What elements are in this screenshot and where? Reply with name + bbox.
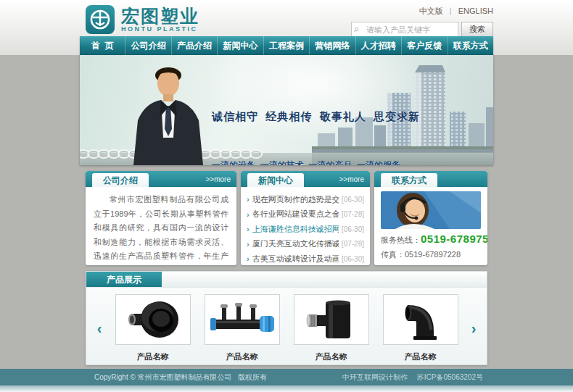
carousel-next-icon[interactable]: › [465, 320, 482, 337]
bullet-icon: › [247, 210, 250, 219]
lang-chinese-link[interactable]: 中文版 [419, 7, 443, 15]
bullet-icon: › [247, 195, 250, 204]
main-nav: 首 页 公司介绍 产品介绍 新闻中心 工程案例 营销网络 人才招聘 客户反馈 联… [80, 36, 493, 55]
lang-divider: | [450, 7, 452, 15]
news-list: › 现在网页制作的趋势是交互设计？ [06-30] › 各行业网站建设要点之金融… [241, 187, 370, 265]
footer-designer: 中环互联网设计制作 [342, 373, 408, 381]
news-date: [07-28] [342, 240, 364, 248]
bullet-icon: › [247, 225, 250, 233]
product-image [115, 294, 191, 345]
products-section: 产品展示 ‹ [86, 271, 487, 365]
info-columns: 公司介绍 >>more 常州市宏图塑料制品有限公司成立于1989年，公司长期从事… [80, 171, 493, 265]
news-list-item[interactable]: › 各行业网站建设要点之金融投资类企业网站 [07-28] [247, 207, 364, 222]
news-date: [07-28] [342, 210, 364, 218]
nav-item-cases[interactable]: 工程案例 [264, 36, 310, 55]
news-list-item[interactable]: › 古美互动诚聘设计及动画等互动人才 [06-30] [247, 251, 364, 265]
contact-section-header: 联系方式 [374, 171, 487, 187]
hotline-line: 服务热线：0519-67897528 [381, 233, 481, 246]
businessman-image [118, 64, 219, 165]
bullet-icon: › [247, 254, 250, 263]
header-right: 中文版 | ENGLISH ⌕ 搜索 [351, 6, 493, 37]
news-title: 厦门天亮互动文化传播诚聘网页设计师 [252, 238, 339, 249]
lang-english-link[interactable]: ENGLISH [458, 7, 493, 15]
logo-icon [86, 5, 115, 34]
news-section: 新闻中心 >>more › 现在网页制作的趋势是交互设计？ [06-30] › … [241, 171, 370, 265]
products-section-header: 产品展示 [86, 272, 487, 288]
products-title-tab[interactable]: 产品展示 [86, 272, 162, 287]
fax-line: 传真：0519-67897228 [381, 249, 481, 260]
header: 宏图塑业 HONTU PLASTIC 中文版 | ENGLISH ⌕ 搜索 [0, 0, 573, 55]
main-content: 诚信相守 经典相传 敬事礼人 思变求新 一流的设备 一流的技术 一流的产品 一流… [80, 55, 493, 365]
about-section-header: 公司介绍 >>more [86, 171, 236, 187]
banner-slogan-sub: 一流的设备 一流的技术 一流的产品 一流的服务 [212, 159, 420, 165]
product-card[interactable]: 产品名称 [112, 294, 194, 362]
email-line: 公司邮箱：hongtuplastic@163.com [381, 264, 481, 265]
news-title: 各行业网站建设要点之金融投资类企业网站 [252, 209, 339, 220]
nav-item-about[interactable]: 公司介绍 [125, 36, 171, 55]
product-image [294, 294, 369, 345]
hotline-number: 0519-67897528 [421, 233, 487, 245]
news-date: [06-30] [342, 225, 364, 233]
page: 宏图塑业 HONTU PLASTIC 中文版 | ENGLISH ⌕ 搜索 [0, 0, 573, 392]
product-image [205, 294, 280, 345]
banner-slogan-main: 诚信相守 经典相传 敬事礼人 思变求新 [212, 110, 420, 124]
bullet-icon: › [247, 240, 250, 249]
logo-name-zh: 宏图塑业 [121, 7, 199, 25]
customer-service-photo [381, 191, 481, 229]
contact-section: 联系方式 [374, 171, 487, 265]
news-list-item[interactable]: › 上海谦胜信息科技诚招网页设计师 [06-30] [247, 222, 364, 237]
search-input[interactable] [351, 22, 458, 37]
footer: CopyRight © 常州市宏图塑料制品有限公司 版权所有 中环互联网设计制作… [0, 369, 573, 385]
carousel-prev-icon[interactable]: ‹ [91, 320, 108, 337]
news-more-link[interactable]: >>more [339, 172, 364, 187]
product-card[interactable]: 产品名称 [380, 294, 461, 362]
search-icon: ⌕ [354, 23, 359, 35]
email-address: hongtuplastic@163.com [421, 264, 487, 265]
nav-item-contact[interactable]: 联系方式 [448, 36, 493, 55]
product-name: 产品名称 [112, 351, 194, 362]
product-card[interactable]: 产品名称 [291, 294, 372, 362]
nav-item-network[interactable]: 营销网络 [310, 36, 355, 55]
about-more-link[interactable]: >>more [206, 172, 231, 187]
product-card[interactable]: 产品名称 [202, 294, 283, 362]
news-title-tab[interactable]: 新闻中心 [247, 173, 304, 187]
news-title: 上海谦胜信息科技诚招网页设计师 [252, 224, 339, 235]
nav-item-home[interactable]: 首 页 [80, 36, 125, 55]
nav-item-news[interactable]: 新闻中心 [218, 36, 263, 55]
products-carousel: ‹ [86, 288, 487, 362]
about-text: 常州市宏图塑料制品有限公司成立于1989年，公司长期从事塑料管件和模具的研究，具… [86, 187, 236, 265]
product-name: 产品名称 [202, 351, 283, 362]
fax-label: 传真： [381, 250, 405, 259]
language-switcher: 中文版 | ENGLISH [351, 6, 493, 17]
news-list-item[interactable]: › 现在网页制作的趋势是交互设计？ [06-30] [247, 192, 364, 207]
search-button[interactable]: 搜索 [461, 22, 493, 37]
hotline-label: 服务热线： [381, 235, 421, 244]
contact-title-tab[interactable]: 联系方式 [381, 173, 437, 187]
bottom-strip [0, 385, 573, 392]
news-section-header: 新闻中心 >>more [241, 171, 370, 187]
search-bar: ⌕ 搜索 [351, 22, 493, 37]
product-name: 产品名称 [380, 351, 461, 362]
product-image [383, 294, 458, 345]
news-date: [06-30] [342, 196, 364, 204]
company-logo[interactable]: 宏图塑业 HONTU PLASTIC [86, 5, 199, 34]
footer-credits: 中环互联网设计制作 苏ICP备05063202号 [335, 372, 483, 383]
footer-copyright: CopyRight © 常州市宏图塑料制品有限公司 版权所有 [94, 372, 267, 383]
news-title: 现在网页制作的趋势是交互设计？ [252, 194, 339, 205]
about-section: 公司介绍 >>more 常州市宏图塑料制品有限公司成立于1989年，公司长期从事… [86, 171, 236, 265]
email-label: 公司邮箱： [381, 264, 421, 265]
news-title: 古美互动诚聘设计及动画等互动人才 [252, 254, 339, 264]
hero-banner: 诚信相守 经典相传 敬事礼人 思变求新 一流的设备 一流的技术 一流的产品 一流… [80, 55, 493, 165]
logo-name-en: HONTU PLASTIC [121, 25, 199, 33]
logo-text: 宏图塑业 HONTU PLASTIC [121, 7, 199, 33]
product-name: 产品名称 [291, 351, 372, 362]
news-date: [06-30] [342, 255, 364, 263]
footer-icp-number[interactable]: 苏ICP备05063202号 [417, 373, 483, 381]
news-list-item[interactable]: › 厦门天亮互动文化传播诚聘网页设计师 [07-28] [247, 237, 364, 252]
nav-item-jobs[interactable]: 人才招聘 [356, 36, 402, 55]
fax-number: 0519-67897228 [405, 250, 461, 259]
about-title-tab[interactable]: 公司介绍 [92, 173, 149, 187]
nav-item-products[interactable]: 产品介绍 [172, 36, 218, 55]
nav-item-feedback[interactable]: 客户反馈 [402, 36, 448, 55]
banner-slogans: 诚信相守 经典相传 敬事礼人 思变求新 一流的设备 一流的技术 一流的产品 一流… [212, 84, 420, 165]
